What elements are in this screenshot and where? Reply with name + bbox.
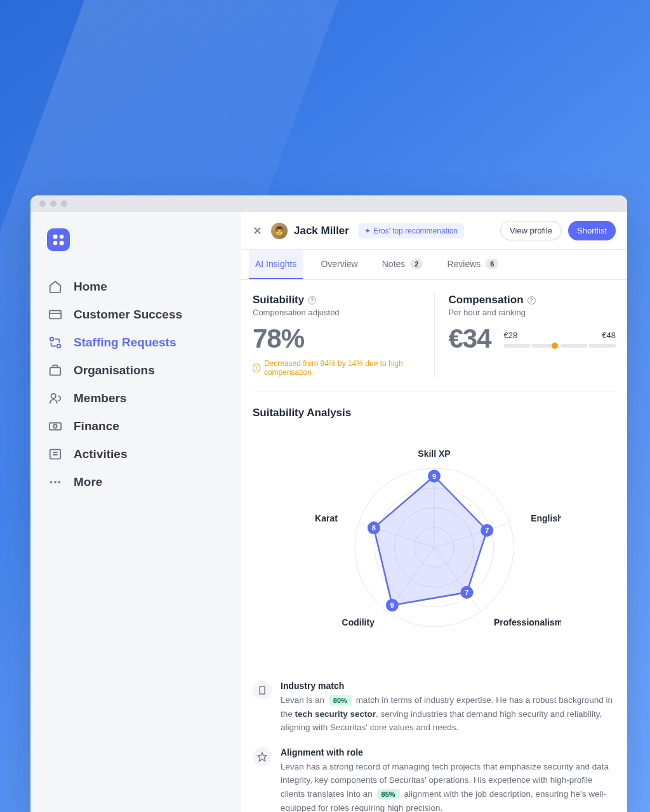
home-icon <box>48 280 62 294</box>
sidebar-item-home[interactable]: Home <box>44 273 227 301</box>
sidebar-label: More <box>74 475 102 489</box>
suitability-alert: ! Decreased from 94% by 14% due to high … <box>253 359 420 377</box>
svg-point-17 <box>58 481 61 483</box>
svg-rect-2 <box>53 241 58 246</box>
insight-text: Levan is an 80% match in terms of indust… <box>281 693 616 735</box>
traffic-light-max[interactable] <box>61 200 67 207</box>
insight-title: Alignment with role <box>281 747 616 757</box>
sidebar-label: Organisations <box>74 363 155 377</box>
svg-text:English: English <box>531 513 561 523</box>
svg-rect-8 <box>50 367 61 375</box>
recommendation-badge: ✦ Eros' top recommenation <box>358 223 464 239</box>
compensation-marker <box>552 343 558 349</box>
avatar[interactable]: 👨 <box>271 223 288 239</box>
svg-rect-10 <box>50 423 61 430</box>
sidebar-item-members[interactable]: Members <box>44 384 227 412</box>
svg-text:7: 7 <box>485 527 489 534</box>
sidebar-label: Home <box>74 280 107 294</box>
suitability-title: Suitability? <box>253 294 420 306</box>
insight-title: Industry match <box>281 681 616 691</box>
svg-marker-32 <box>374 476 487 606</box>
range-low: €28 <box>504 331 518 340</box>
app-window: Home Customer Success Staffing Requests … <box>30 195 627 812</box>
app-logo[interactable] <box>47 228 70 251</box>
view-profile-button[interactable]: View profile <box>500 221 562 240</box>
svg-text:7: 7 <box>465 589 468 596</box>
traffic-light-min[interactable] <box>50 200 56 207</box>
users-icon <box>48 391 62 405</box>
sidebar-label: Members <box>74 391 126 405</box>
svg-point-16 <box>54 481 56 483</box>
list-icon <box>48 447 62 461</box>
sidebar-label: Activities <box>74 447 127 461</box>
staffing-icon <box>48 336 62 350</box>
briefcase-icon <box>48 363 62 377</box>
radar-chart: Skill XPEnglishProfessionalismCodilityKa… <box>241 427 627 674</box>
metrics-row: Suitability? Compensation adjusted 78% !… <box>241 280 627 391</box>
sidebar-label: Staffing Requests <box>74 336 176 350</box>
compensation-bar <box>504 344 616 348</box>
compensation-card: Compensation? Per hour and ranking €34 €… <box>435 294 616 377</box>
tab-notes[interactable]: Notes2 <box>376 250 430 279</box>
compensation-title: Compensation? <box>449 294 616 306</box>
window-titlebar <box>30 195 627 212</box>
reviews-count: 6 <box>486 259 498 269</box>
range-high: €48 <box>602 331 616 340</box>
sidebar: Home Customer Success Staffing Requests … <box>30 212 241 812</box>
svg-text:Skill XP: Skill XP <box>418 449 450 459</box>
sidebar-item-finance[interactable]: Finance <box>44 412 227 440</box>
sidebar-item-activities[interactable]: Activities <box>44 440 227 468</box>
svg-rect-1 <box>60 235 64 239</box>
candidate-header: ✕ 👨 Jack Miller ✦ Eros' top recommenatio… <box>241 212 627 250</box>
sidebar-item-organisations[interactable]: Organisations <box>44 357 227 384</box>
tab-reviews[interactable]: Reviews6 <box>441 250 505 279</box>
close-icon[interactable]: ✕ <box>250 223 265 239</box>
svg-rect-43 <box>260 686 265 694</box>
tab-overview[interactable]: Overview <box>314 250 364 279</box>
sidebar-label: Finance <box>74 419 119 433</box>
sidebar-item-customer-success[interactable]: Customer Success <box>44 301 227 329</box>
card-icon <box>48 308 62 322</box>
sidebar-item-more[interactable]: More <box>44 468 227 496</box>
money-icon <box>48 419 62 433</box>
svg-text:9: 9 <box>390 601 394 609</box>
info-icon[interactable]: ? <box>527 296 536 304</box>
suitability-subtitle: Compensation adjusted <box>253 308 420 317</box>
match-badge: 80% <box>329 695 352 705</box>
svg-point-15 <box>50 481 53 483</box>
shortlist-button[interactable]: Shortlist <box>568 221 616 240</box>
match-badge: 85% <box>377 789 400 799</box>
traffic-light-close[interactable] <box>39 200 46 207</box>
info-icon[interactable]: ? <box>308 296 316 304</box>
sidebar-label: Customer Success <box>74 308 182 322</box>
svg-point-7 <box>57 344 61 348</box>
svg-rect-0 <box>53 235 58 239</box>
candidate-name: Jack Miller <box>294 225 349 237</box>
suitability-card: Suitability? Compensation adjusted 78% !… <box>253 294 435 377</box>
analysis-title: Suitability Analysis <box>241 391 627 427</box>
svg-rect-4 <box>50 311 61 319</box>
insight-industry: Industry match Levan is an 80% match in … <box>241 674 627 741</box>
building-icon <box>253 681 272 700</box>
svg-point-6 <box>50 337 54 341</box>
svg-point-9 <box>51 394 56 398</box>
tabs: AI Insights Overview Notes2 Reviews6 <box>241 250 627 280</box>
svg-rect-3 <box>60 241 64 246</box>
insight-alignment: Alignment with role Levan has a strong r… <box>241 741 627 812</box>
svg-text:Karat: Karat <box>315 513 338 523</box>
svg-text:8: 8 <box>372 524 376 532</box>
more-icon <box>48 475 62 489</box>
tab-ai-insights[interactable]: AI Insights <box>249 250 303 279</box>
sidebar-item-staffing-requests[interactable]: Staffing Requests <box>44 329 227 357</box>
sparkle-icon: ✦ <box>364 226 371 235</box>
suitability-value: 78% <box>253 324 420 354</box>
alert-icon: ! <box>253 363 260 372</box>
svg-text:Professionalism: Professionalism <box>494 617 561 627</box>
svg-text:9: 9 <box>432 473 436 480</box>
star-icon <box>253 747 272 766</box>
notes-count: 2 <box>410 259 423 269</box>
compensation-value: €34 <box>449 324 491 354</box>
insight-text: Levan has a strong record of managing te… <box>281 760 616 812</box>
main-panel: ✕ 👨 Jack Miller ✦ Eros' top recommenatio… <box>241 212 627 812</box>
compensation-range: €28 €48 <box>504 331 616 348</box>
